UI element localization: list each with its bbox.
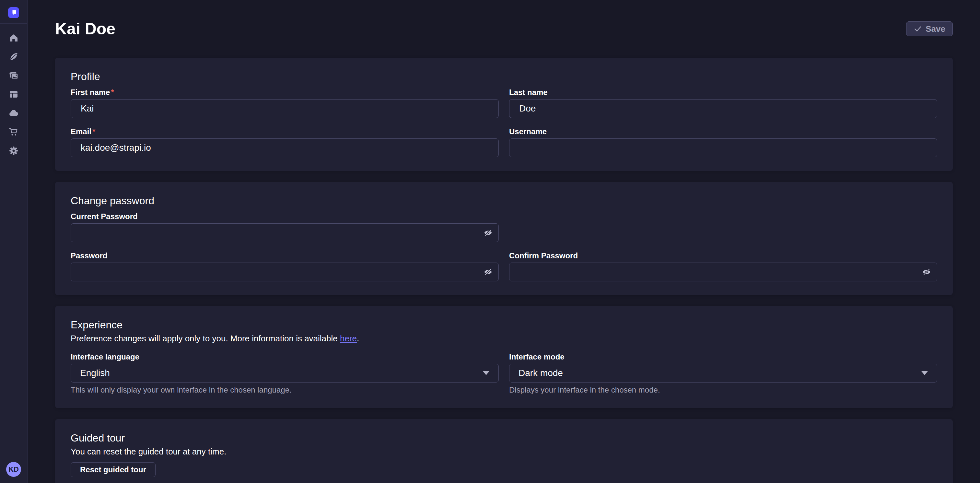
page-header: Kai Doe Save bbox=[27, 0, 980, 38]
strapi-logo[interactable] bbox=[8, 7, 19, 18]
strapi-logo-icon bbox=[11, 10, 16, 16]
last-name-field: Last name bbox=[509, 88, 937, 118]
guided-tour-card: Guided tour You can reset the guided tou… bbox=[55, 419, 953, 483]
sidebar: KD bbox=[0, 0, 27, 483]
interface-mode-select[interactable]: Dark mode bbox=[509, 364, 937, 383]
confirm-password-field: Confirm Password bbox=[509, 251, 937, 281]
content-type-builder-icon bbox=[9, 89, 19, 99]
main-content: Kai Doe Save Profile First name* Las bbox=[27, 0, 980, 483]
interface-language-value: English bbox=[80, 368, 110, 378]
confirm-password-label: Confirm Password bbox=[509, 251, 937, 260]
username-input[interactable] bbox=[509, 139, 937, 157]
sidebar-item-media-library[interactable] bbox=[8, 70, 19, 81]
experience-title: Experience bbox=[71, 319, 937, 331]
chevron-down-icon bbox=[483, 371, 489, 375]
new-password-label: Password bbox=[71, 251, 499, 260]
interface-language-select[interactable]: English bbox=[71, 364, 499, 383]
eye-off-icon bbox=[483, 228, 493, 238]
last-name-label: Last name bbox=[509, 88, 937, 97]
current-password-input[interactable] bbox=[71, 223, 499, 242]
experience-card: Experience Preference changes will apply… bbox=[55, 306, 953, 408]
new-password-field: Password bbox=[71, 251, 499, 281]
sidebar-item-content-manager[interactable] bbox=[8, 51, 19, 62]
last-name-input[interactable] bbox=[509, 99, 937, 118]
app-root: KD Kai Doe Save Profile First name* bbox=[0, 0, 980, 483]
home-icon bbox=[9, 33, 19, 43]
sidebar-bottom: KD bbox=[0, 456, 27, 483]
cloud-icon bbox=[9, 108, 19, 118]
toggle-confirm-password-visibility[interactable] bbox=[920, 266, 933, 278]
interface-mode-hint: Displays your interface in the chosen mo… bbox=[509, 386, 937, 394]
sidebar-item-content-type-builder[interactable] bbox=[8, 89, 19, 99]
current-password-field: Current Password bbox=[71, 212, 499, 242]
sidebar-divider-top bbox=[0, 23, 27, 24]
eye-off-icon bbox=[922, 267, 931, 277]
current-password-label: Current Password bbox=[71, 212, 499, 221]
username-field: Username bbox=[509, 127, 937, 157]
interface-language-field: Interface language English This will onl… bbox=[71, 352, 499, 394]
first-name-input[interactable] bbox=[71, 99, 499, 118]
profile-grid: First name* Last name Email* Username bbox=[71, 88, 937, 157]
save-button[interactable]: Save bbox=[906, 21, 953, 36]
first-name-label: First name* bbox=[71, 88, 499, 97]
experience-grid: Interface language English This will onl… bbox=[71, 352, 937, 394]
media-library-icon bbox=[9, 71, 19, 80]
guided-tour-title: Guided tour bbox=[71, 432, 937, 444]
avatar-initials: KD bbox=[8, 465, 19, 473]
sidebar-item-home[interactable] bbox=[8, 33, 19, 43]
sidebar-item-settings[interactable] bbox=[8, 145, 19, 156]
settings-gear-icon bbox=[9, 146, 19, 156]
sidebar-nav bbox=[8, 33, 19, 156]
interface-mode-label: Interface mode bbox=[509, 352, 937, 362]
marketplace-cart-icon bbox=[9, 127, 19, 137]
experience-description: Preference changes will apply only to yo… bbox=[71, 333, 937, 343]
check-icon bbox=[913, 25, 922, 33]
username-label: Username bbox=[509, 127, 937, 136]
more-information-link[interactable]: here bbox=[340, 333, 357, 343]
reset-guided-tour-button[interactable]: Reset guided tour bbox=[71, 462, 156, 477]
guided-tour-description: You can reset the guided tour at any tim… bbox=[71, 447, 937, 456]
email-input[interactable] bbox=[71, 139, 499, 157]
interface-mode-field: Interface mode Dark mode Displays your i… bbox=[509, 352, 937, 394]
interface-language-label: Interface language bbox=[71, 352, 499, 362]
sidebar-item-marketplace[interactable] bbox=[8, 127, 19, 137]
chevron-down-icon bbox=[921, 371, 928, 375]
change-password-card: Change password Current Password bbox=[55, 182, 953, 295]
email-label: Email* bbox=[71, 127, 499, 136]
confirm-password-input[interactable] bbox=[509, 263, 937, 281]
interface-language-hint: This will only display your own interfac… bbox=[71, 386, 499, 394]
toggle-new-password-visibility[interactable] bbox=[482, 266, 494, 278]
save-button-label: Save bbox=[926, 24, 945, 34]
interface-mode-value: Dark mode bbox=[519, 368, 563, 378]
email-field: Email* bbox=[71, 127, 499, 157]
profile-card: Profile First name* Last name Email* bbox=[55, 58, 953, 171]
avatar[interactable]: KD bbox=[6, 462, 21, 477]
new-password-input[interactable] bbox=[71, 263, 499, 281]
first-name-field: First name* bbox=[71, 88, 499, 118]
sidebar-item-cloud[interactable] bbox=[8, 108, 19, 118]
eye-off-icon bbox=[483, 267, 493, 277]
content-area: Profile First name* Last name Email* bbox=[55, 58, 953, 483]
sidebar-divider-bottom bbox=[0, 456, 27, 456]
password-grid: Current Password bbox=[71, 212, 937, 281]
page-title: Kai Doe bbox=[55, 19, 115, 38]
empty-cell bbox=[509, 212, 937, 242]
profile-card-title: Profile bbox=[71, 71, 937, 83]
change-password-title: Change password bbox=[71, 195, 937, 207]
toggle-current-password-visibility[interactable] bbox=[482, 226, 494, 239]
required-asterisk: * bbox=[111, 88, 114, 97]
required-asterisk: * bbox=[92, 127, 95, 136]
content-feather-icon bbox=[9, 52, 19, 62]
